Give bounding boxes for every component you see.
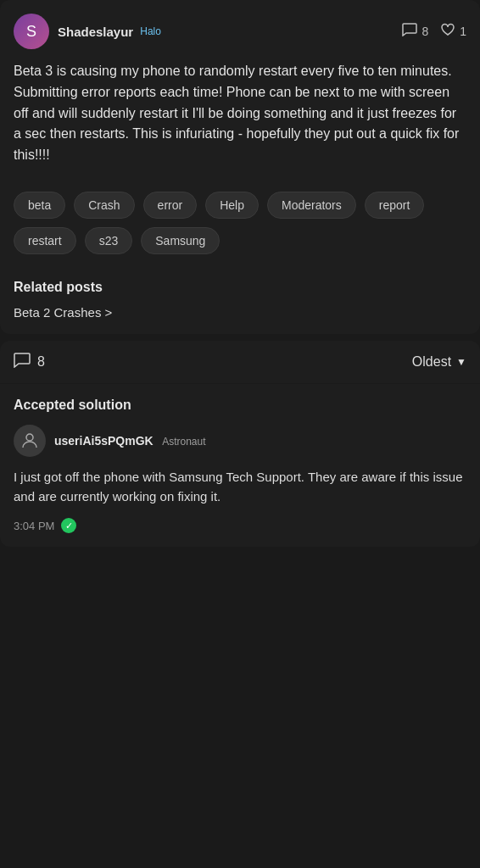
username-row: Shadeslayur Halo [58,25,161,39]
post-stats: 8 1 [402,23,466,40]
likes-count-stat: 1 [460,25,466,38]
tags-container: betaCrasherrorHelpModeratorsreportrestar… [14,192,466,254]
accepted-solution-label: Accepted solution [14,398,466,413]
comments-stat: 8 [402,23,428,40]
comments-number: 8 [37,354,45,370]
comment-bubble-icon [14,353,31,371]
likes-stat: 1 [440,23,466,40]
avatar-image: S [14,14,49,49]
username: Shadeslayur [58,25,133,39]
solution-time: 3:04 PM [14,520,54,532]
tag-beta[interactable]: beta [14,192,65,219]
sort-selector[interactable]: Oldest ▼ [412,354,466,370]
solution-body: I just got off the phone with Samsung Te… [14,467,466,507]
accepted-solution-section: Accepted solution useriAi5sPQmGK Astrona… [0,384,480,548]
halo-badge: Halo [140,25,161,37]
solution-author-row: useriAi5sPQmGK Astronaut [14,425,466,457]
tag-samsung[interactable]: Samsung [141,227,220,254]
sort-arrow-icon: ▼ [456,356,466,368]
author-info: S Shadeslayur Halo [14,14,161,49]
post-body: Beta 3 is causing my phone to randomly r… [14,61,466,166]
check-mark: ✓ [65,520,73,531]
post-header: S Shadeslayur Halo 8 [14,14,466,49]
sort-label: Oldest [412,354,451,370]
solution-avatar[interactable] [14,425,46,457]
tag-report[interactable]: report [365,192,425,219]
solution-username[interactable]: useriAi5sPQmGK [54,434,153,448]
tag-moderators[interactable]: Moderators [267,192,356,219]
tag-restart[interactable]: restart [14,227,76,254]
astronaut-badge: Astronaut [162,436,205,448]
tag-error[interactable]: error [143,192,198,219]
related-post-link-beta2[interactable]: Beta 2 Crashes > [14,305,112,320]
verified-icon: ✓ [61,518,76,533]
comments-header: 8 Oldest ▼ [0,341,480,383]
heart-icon [440,23,455,40]
svg-point-0 [26,434,33,441]
comments-count-row: 8 [14,353,45,371]
tag-s23[interactable]: s23 [85,227,133,254]
comments-count-stat: 8 [421,25,428,38]
bubble-icon [402,23,417,40]
tag-help[interactable]: Help [205,192,259,219]
tag-crash[interactable]: Crash [74,192,134,219]
solution-username-row: useriAi5sPQmGK Astronaut [54,433,206,448]
avatar[interactable]: S [14,14,49,49]
solution-footer: 3:04 PM ✓ [14,518,466,533]
related-posts-section: Related posts Beta 2 Crashes > [14,271,466,320]
related-posts-title: Related posts [14,280,466,295]
